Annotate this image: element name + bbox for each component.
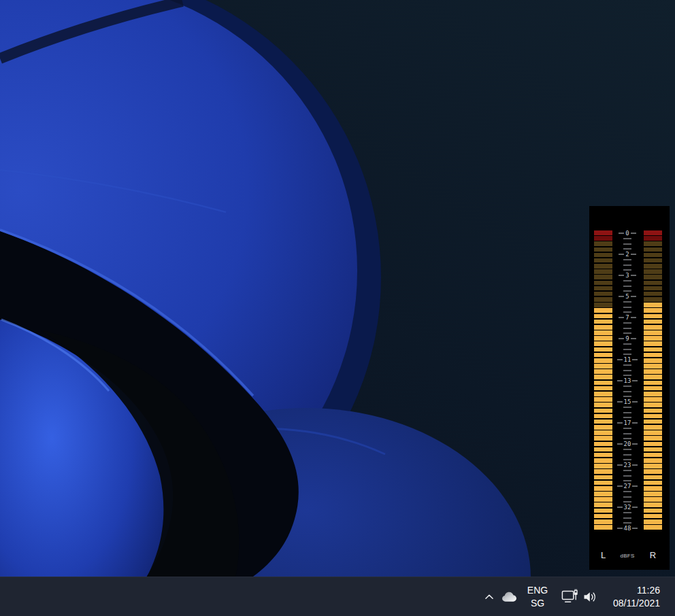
meter-segment (644, 381, 662, 386)
meter-segment (594, 436, 612, 441)
meter-scale-minor-tick (623, 407, 631, 407)
meter-segment (594, 275, 612, 279)
meter-segment (644, 464, 662, 468)
meter-segment (594, 341, 612, 346)
meter-segment (644, 525, 662, 530)
meter-right-channel-label: R (644, 549, 662, 562)
meter-segment (644, 320, 662, 324)
meter-segment (644, 364, 662, 369)
meter-scale-minor-tick (623, 517, 631, 518)
meter-segment (644, 409, 662, 413)
wallpaper (0, 0, 675, 616)
meter-segment (594, 386, 612, 391)
meter-segment (644, 286, 662, 291)
meter-segment (644, 247, 662, 252)
meter-scale-major-tick: 48 (612, 526, 642, 532)
meter-scale-minor-tick (623, 512, 631, 513)
meter-scale-major-tick: 32 (612, 504, 642, 511)
meter-segment (594, 502, 612, 507)
meter-scale: 023579111315172023273248 (612, 233, 642, 528)
meter-scale-major-tick: 5 (612, 294, 642, 300)
meter-segment (594, 403, 612, 407)
clock-date: 08/11/2021 (613, 597, 660, 610)
meter-segment (644, 330, 662, 335)
meter-scale-minor-tick (623, 412, 631, 413)
language-line1: ENG (527, 584, 548, 597)
meter-scale-major-tick: 13 (612, 378, 642, 384)
meter-unit-label: dBFS (612, 553, 642, 560)
taskbar: ENG SG 11:26 (0, 577, 675, 616)
meter-scale-minor-tick (623, 322, 631, 323)
meter-segment (644, 336, 662, 341)
meter-segment (594, 330, 612, 335)
desktop: 023579111315172023273248 L dBFS R (0, 0, 675, 616)
meter-bar-right (644, 230, 662, 530)
meter-scale-minor-tick (623, 396, 631, 397)
meter-segment (594, 458, 612, 463)
meter-segment (594, 281, 612, 286)
meter-scale-major-tick: 9 (612, 336, 642, 342)
meter-scale-minor-tick (623, 270, 631, 271)
meter-segment (644, 469, 662, 474)
meter-segment (594, 442, 612, 447)
meter-scale-minor-tick (623, 502, 631, 502)
meter-segment (644, 369, 662, 374)
language-indicator[interactable]: ENG SG (524, 583, 551, 611)
meter-segment (594, 525, 612, 530)
meter-segment (644, 269, 662, 274)
clock-time: 11:26 (637, 584, 660, 597)
meter-segment (644, 430, 662, 435)
meter-segment (644, 447, 662, 452)
meter-scale-minor-tick (623, 280, 631, 281)
meter-scale-major-tick: 2 (612, 252, 642, 258)
cloud-icon (501, 590, 518, 603)
meter-segment (594, 453, 612, 458)
meter-scale-minor-tick (623, 307, 631, 307)
meter-segment (594, 375, 612, 379)
meter-segment (644, 386, 662, 391)
meter-segment (594, 292, 612, 296)
meter-scale-minor-tick (623, 523, 631, 524)
meter-segment (644, 453, 662, 458)
meter-scale-minor-tick (623, 343, 631, 344)
meter-segment (594, 486, 612, 491)
meter-segment (594, 347, 612, 352)
meter-segment (644, 425, 662, 430)
meter-scale-minor-tick (623, 259, 631, 260)
meter-segment (594, 509, 612, 513)
meter-scale-major-tick: 20 (612, 441, 642, 447)
meter-segment (644, 347, 662, 352)
meter-scale-minor-tick (623, 249, 631, 250)
clock[interactable]: 11:26 08/11/2021 (607, 583, 660, 611)
meter-scale-minor-tick (623, 291, 631, 292)
meter-scale-minor-tick (623, 286, 631, 286)
meter-scale-minor-tick (623, 439, 631, 439)
meter-scale-major-tick: 0 (612, 230, 642, 237)
meter-scale-minor-tick (623, 417, 631, 418)
onedrive-button[interactable] (500, 583, 518, 611)
meter-segment (594, 320, 612, 324)
meter-segment (594, 325, 612, 330)
meter-scale-minor-tick (623, 364, 631, 365)
show-hidden-icons-button[interactable] (481, 583, 497, 611)
meter-scale-minor-tick (623, 449, 631, 449)
meter-segment (594, 247, 612, 252)
meter-segment (644, 297, 662, 302)
meter-segment (644, 292, 662, 296)
meter-segment (644, 436, 662, 441)
meter-scale-major-tick: 11 (612, 357, 642, 363)
meter-segment (644, 230, 662, 235)
monitor-ethernet-icon (561, 589, 579, 604)
meter-left-channel-label: L (594, 549, 612, 562)
meter-segment (594, 492, 612, 496)
network-button[interactable] (561, 583, 580, 611)
meter-segment (644, 519, 662, 524)
meter-segment (644, 241, 662, 246)
meter-scale-minor-tick (623, 243, 631, 244)
meter-segment (644, 481, 662, 485)
meter-segment (594, 420, 612, 424)
meter-segment (594, 481, 612, 485)
meter-segment (594, 514, 612, 519)
volume-button[interactable] (581, 583, 600, 611)
meter-scale-major-tick: 23 (612, 462, 642, 468)
